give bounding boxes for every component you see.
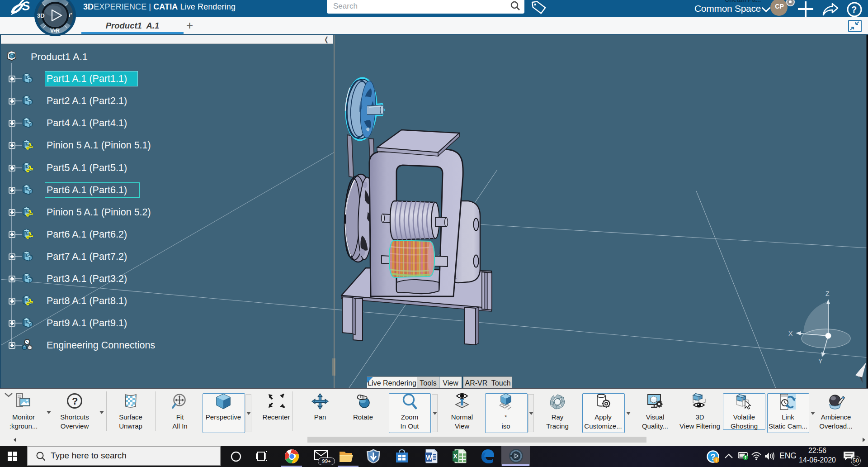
svg-text:iʹ: iʹ [69, 12, 72, 19]
svg-text:?: ? [72, 396, 78, 407]
svg-text:Z: Z [826, 290, 830, 297]
svg-text:?: ? [851, 5, 857, 14]
svg-text:X: X [788, 330, 793, 337]
svg-text:3D: 3D [37, 12, 45, 19]
svg-text:+: + [515, 450, 517, 453]
svg-text:W: W [426, 453, 433, 461]
svg-text:X: X [453, 453, 458, 460]
svg-text:i: i [716, 458, 717, 462]
svg-text:S: S [21, 0, 31, 13]
svg-text:Y: Y [818, 357, 823, 365]
svg-text:V•R: V•R [50, 28, 60, 34]
